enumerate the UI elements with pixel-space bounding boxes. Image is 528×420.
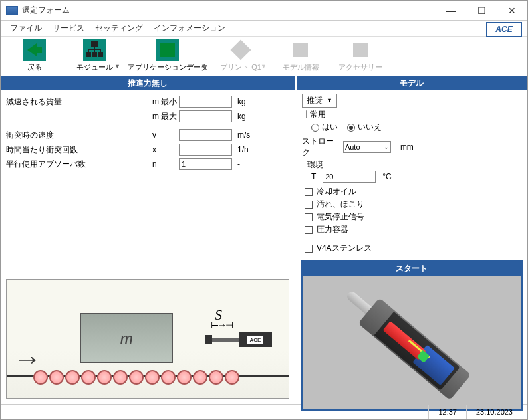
svg-rect-5: [98, 52, 103, 57]
parallel-unit: -: [232, 159, 259, 169]
module-icon: [83, 39, 106, 61]
check-coolant[interactable]: 冷却オイル: [302, 185, 522, 198]
menu-info[interactable]: インフォメーション: [148, 21, 231, 36]
statusbar: 12:37 23.10.2023: [1, 404, 527, 419]
svg-rect-9: [293, 43, 308, 57]
accessory-button: アクセサリー: [330, 38, 390, 75]
left-panel: 推進力無し 減速される質量 m 最小 kg m 最大 kg 衝突時の速度 v m…: [1, 76, 295, 404]
application-diagram: → m S ⊢→⊣ ACE: [6, 279, 289, 399]
right-panel: モデル 推奨 ▼ 非常用 はい いいえ ストローク: [297, 76, 527, 404]
dropdown-icon: ▼: [114, 63, 120, 70]
module-button[interactable]: モジュール ▼: [65, 38, 124, 75]
print-label: プリント Q1: [220, 62, 261, 72]
stroke-label: ストローク: [302, 136, 340, 158]
env-label: 環境: [302, 159, 522, 171]
svg-rect-8: [230, 39, 251, 60]
checkbox-icon: [305, 188, 313, 196]
accessory-icon: [349, 39, 372, 61]
menubar: ファイル サービス セッティング インフォメーション ACE: [1, 21, 527, 37]
module-label: モジュール: [76, 62, 113, 72]
mass-label: 減速される質量: [6, 96, 152, 108]
print-icon: [229, 39, 252, 61]
svg-rect-3: [86, 52, 91, 57]
model-form: 推奨 ▼ 非常用 はい いいえ ストローク Auto ⌄: [297, 90, 527, 257]
checkbox-icon: [305, 226, 313, 234]
content: 推進力無し 減速される質量 m 最小 kg m 最大 kg 衝突時の速度 v m…: [1, 76, 527, 404]
stroke-unit: mm: [394, 142, 414, 152]
checkbox-icon: [305, 213, 313, 221]
mass-min-sym: m 最小: [152, 96, 179, 108]
minimize-button[interactable]: —: [436, 1, 466, 21]
appdata-button[interactable]: アプリケーションデータ ▼: [124, 38, 211, 75]
checkbox-icon: [305, 245, 313, 253]
maximize-button[interactable]: ☐: [466, 1, 497, 21]
mass-unit2: kg: [232, 112, 259, 121]
emergency-label: 非常用: [302, 109, 522, 120]
mass-max-input[interactable]: [179, 110, 232, 122]
parallel-input[interactable]: [179, 158, 232, 170]
modelinfo-label: モデル情報: [283, 62, 319, 72]
mass-unit: kg: [232, 97, 259, 106]
back-icon: [23, 39, 46, 61]
parallel-sym: n: [152, 159, 179, 169]
emergency-yes[interactable]: はい: [311, 122, 338, 133]
left-header: 推進力無し: [1, 76, 295, 90]
accessory-label: アクセサリー: [338, 62, 382, 72]
menu-service[interactable]: サービス: [47, 21, 90, 36]
print-button: プリント Q1 ▼: [211, 38, 271, 75]
cycles-label: 時間当たり衝突回数: [6, 144, 152, 156]
check-dust[interactable]: 汚れ、ほこり: [302, 198, 522, 211]
parallel-label: 平行使用アブソーバ数: [6, 159, 152, 170]
radio-icon: [311, 124, 319, 132]
start-panel[interactable]: スタート: [301, 260, 523, 411]
svg-rect-10: [353, 43, 368, 57]
logo-text: ACE: [495, 25, 512, 33]
mass-min-input[interactable]: [179, 96, 232, 108]
check-v4a[interactable]: V4Aステンレス: [302, 242, 522, 255]
t-unit: °C: [382, 172, 391, 181]
toolbar: 戻る モジュール ▼ アプリケーションデータ ▼ プリント Q1 ▼ モデル情報…: [1, 37, 527, 76]
ace-logo: ACE: [486, 22, 522, 37]
temperature-input[interactable]: [323, 171, 376, 183]
dropdown-icon: ▼: [327, 97, 332, 104]
svg-rect-4: [92, 52, 97, 57]
absorber-3d-image: [303, 276, 521, 409]
app-icon: [6, 6, 18, 15]
cycles-unit: 1/h: [232, 145, 259, 154]
model-header: モデル: [297, 76, 527, 90]
rollers-icon: [33, 370, 239, 385]
absorber-icon: ACE: [205, 330, 282, 350]
mass-max-sym: m 最大: [152, 111, 179, 122]
check-pressure[interactable]: 圧力容器: [302, 223, 522, 236]
t-sym: T: [311, 172, 316, 181]
dropdown-icon: ▼: [201, 63, 207, 70]
stroke-arrows: ⊢→⊣: [211, 320, 232, 330]
menu-settings[interactable]: セッティング: [90, 21, 148, 36]
dropdown-icon: ▼: [261, 63, 267, 70]
svg-rect-7: [160, 43, 175, 57]
check-estop[interactable]: 電気停止信号: [302, 211, 522, 223]
input-form: 減速される質量 m 最小 kg m 最大 kg 衝突時の速度 v m/s 時間当…: [1, 90, 295, 175]
velocity-unit: m/s: [232, 130, 259, 140]
velocity-input[interactable]: [179, 129, 232, 141]
checkbox-icon: [305, 201, 313, 209]
appdata-label: アプリケーションデータ: [128, 62, 208, 72]
diagram-area: → m S ⊢→⊣ ACE: [1, 175, 295, 404]
menu-file[interactable]: ファイル: [5, 21, 47, 36]
cycles-input[interactable]: [179, 144, 232, 156]
dropdown-icon: ⌄: [384, 144, 389, 150]
emergency-no[interactable]: いいえ: [347, 122, 382, 133]
svg-rect-2: [91, 41, 98, 47]
stroke-select[interactable]: Auto ⌄: [343, 141, 391, 153]
mass-block: m: [80, 313, 173, 363]
velocity-sym: v: [152, 130, 179, 140]
modelinfo-button: モデル情報: [271, 38, 330, 75]
close-button[interactable]: ✕: [497, 1, 527, 21]
recommend-dropdown[interactable]: 推奨 ▼: [302, 94, 337, 108]
velocity-label: 衝突時の速度: [6, 130, 152, 141]
modelinfo-icon: [289, 39, 312, 61]
window-title: 選定フォーム: [22, 5, 436, 16]
back-button[interactable]: 戻る: [5, 38, 65, 75]
appdata-icon: [156, 39, 179, 61]
radio-icon: [347, 124, 355, 132]
